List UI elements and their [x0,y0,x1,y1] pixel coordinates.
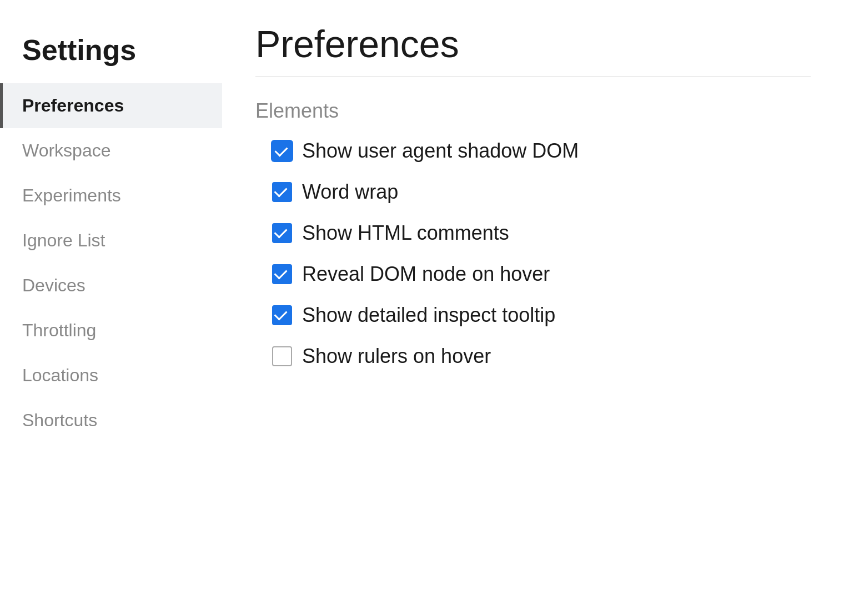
page-title: Preferences [255,22,811,65]
sidebar-item-locations[interactable]: Locations [0,353,222,398]
checkbox-item-reveal-dom: Reveal DOM node on hover [272,262,811,286]
checkbox-list-elements: Show user agent shadow DOMWord wrapShow … [255,139,811,368]
sidebar-item-preferences[interactable]: Preferences [0,83,222,128]
checkbox-label-rulers[interactable]: Show rulers on hover [302,345,491,368]
checkbox-item-word-wrap: Word wrap [272,180,811,204]
checkbox-shadow-dom[interactable] [272,141,292,161]
sidebar-link-throttling[interactable]: Throttling [0,308,222,353]
sidebar-link-preferences[interactable]: Preferences [0,83,222,128]
sidebar-item-shortcuts[interactable]: Shortcuts [0,398,222,443]
checkbox-label-reveal-dom[interactable]: Reveal DOM node on hover [302,262,550,286]
checkbox-item-inspect-tooltip: Show detailed inspect tooltip [272,304,811,327]
checkbox-html-comments[interactable] [272,223,292,243]
checkbox-reveal-dom[interactable] [272,264,292,284]
sidebar-title: Settings [0,22,222,83]
sidebar-item-workspace[interactable]: Workspace [0,128,222,173]
checkbox-rulers[interactable] [272,346,292,366]
sidebar-item-experiments[interactable]: Experiments [0,173,222,218]
checkbox-label-word-wrap[interactable]: Word wrap [302,180,398,204]
checkbox-inspect-tooltip[interactable] [272,305,292,325]
sidebar-link-experiments[interactable]: Experiments [0,173,222,218]
section-title-elements: Elements [255,99,811,123]
checkbox-label-html-comments[interactable]: Show HTML comments [302,221,509,245]
sidebar-link-devices[interactable]: Devices [0,263,222,308]
sidebar-link-workspace[interactable]: Workspace [0,128,222,173]
checkbox-item-shadow-dom: Show user agent shadow DOM [272,139,811,163]
sidebar-link-locations[interactable]: Locations [0,353,222,398]
checkbox-word-wrap[interactable] [272,182,292,202]
checkbox-label-inspect-tooltip[interactable]: Show detailed inspect tooltip [302,304,555,327]
checkbox-item-html-comments: Show HTML comments [272,221,811,245]
sidebar: Settings PreferencesWorkspaceExperiments… [0,0,222,616]
section-divider [255,77,811,77]
sidebar-link-shortcuts[interactable]: Shortcuts [0,398,222,443]
sidebar-item-ignore-list[interactable]: Ignore List [0,218,222,263]
sidebar-item-devices[interactable]: Devices [0,263,222,308]
sidebar-link-ignore-list[interactable]: Ignore List [0,218,222,263]
sidebar-nav: PreferencesWorkspaceExperimentsIgnore Li… [0,83,222,443]
main-content: Preferences ElementsShow user agent shad… [222,0,844,616]
sidebar-item-throttling[interactable]: Throttling [0,308,222,353]
checkbox-item-rulers: Show rulers on hover [272,345,811,368]
checkbox-label-shadow-dom[interactable]: Show user agent shadow DOM [302,139,579,163]
